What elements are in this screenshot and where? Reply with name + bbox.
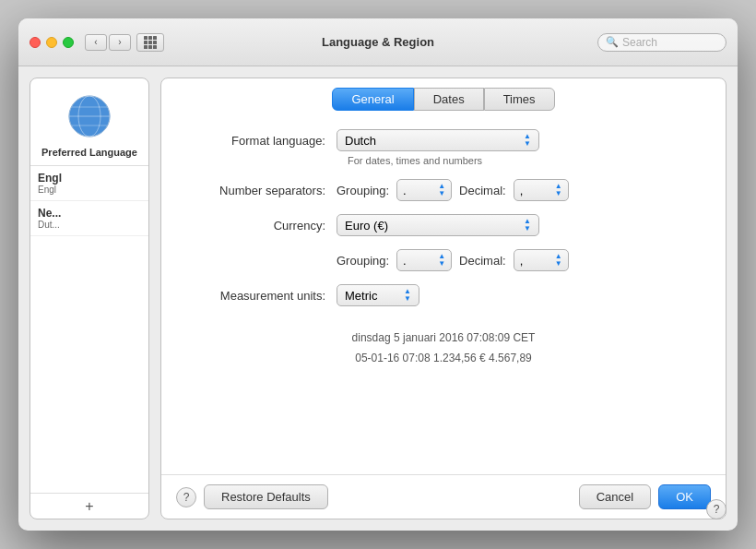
format-language-select[interactable]: Dutch ▲▼ [337, 129, 539, 151]
sidebar-item-dutch-title: Ne... [38, 207, 141, 220]
sidebar-item-dutch-sub: Dut... [38, 220, 141, 230]
bottom-right-help-button[interactable]: ? [706, 499, 726, 519]
close-button[interactable] [30, 37, 41, 48]
decimal-chevron: ▲▼ [555, 183, 562, 197]
decimal-select[interactable]: , ▲▼ [514, 179, 569, 201]
number-separators-group: Grouping: . ▲▼ Decimal: , ▲▼ [337, 179, 569, 201]
format-language-hint: For dates, times and numbers [348, 155, 698, 166]
add-language-button[interactable]: + [30, 493, 148, 519]
decimal-value: , [520, 184, 524, 197]
format-language-chevron: ▲▼ [524, 133, 531, 148]
main-window: ‹ › Language & Region 🔍 Search [18, 18, 738, 531]
decimal2-chevron: ▲▼ [555, 253, 562, 268]
main-panel: General Dates Times Format language: Dut… [160, 78, 726, 519]
grouping-chevron: ▲▼ [438, 183, 445, 197]
decimal2-value: , [520, 254, 524, 268]
preview-line2: 05-01-16 07:08 1.234,56 € 4.567,89 [189, 349, 698, 369]
currency-separators-row: Grouping: . ▲▼ Decimal: , ▲▼ [189, 249, 698, 271]
format-language-row: Format language: Dutch ▲▼ [189, 129, 698, 151]
currency-row: Currency: Euro (€) ▲▼ [189, 214, 698, 236]
format-language-label: Format language: [189, 134, 337, 148]
bottom-bar: ? Restore Defaults Cancel OK [161, 474, 726, 519]
grouping-value: . [403, 184, 407, 197]
sidebar-globe-icon [30, 78, 148, 147]
cancel-button[interactable]: Cancel [579, 484, 651, 509]
grouping2-label: Grouping: [337, 254, 389, 268]
format-language-value: Dutch [345, 134, 376, 148]
grouping2-value: . [403, 254, 407, 268]
preview-line1: dinsdag 5 januari 2016 07:08:09 CET [189, 328, 698, 349]
decimal2-select[interactable]: , ▲▼ [514, 249, 569, 271]
back-button[interactable]: ‹ [85, 34, 107, 51]
form-content: Format language: Dutch ▲▼ For dates, tim… [161, 111, 726, 474]
grouping-label: Grouping: [337, 184, 389, 197]
sidebar-item-dutch[interactable]: Ne... Dut... [30, 201, 148, 236]
tab-dates[interactable]: Dates [414, 88, 484, 111]
decimal-label: Decimal: [459, 184, 506, 197]
grouping2-chevron: ▲▼ [438, 253, 445, 268]
titlebar: ‹ › Language & Region 🔍 Search [18, 18, 738, 66]
measurement-row: Measurement units: Metric ▲▼ [189, 284, 698, 306]
sidebar: Preferred Language Engl Engl Ne... Dut..… [30, 78, 149, 519]
window-title: Language & Region [322, 35, 434, 49]
restore-defaults-button[interactable]: Restore Defaults [204, 484, 328, 509]
sidebar-list: Engl Engl Ne... Dut... [30, 165, 148, 493]
preview-section: dinsdag 5 januari 2016 07:08:09 CET 05-0… [189, 319, 698, 377]
help-button[interactable]: ? [176, 487, 196, 507]
currency-label: Currency: [189, 219, 337, 233]
content-area: Preferred Language Engl Engl Ne... Dut..… [18, 66, 738, 531]
measurement-chevron: ▲▼ [404, 288, 411, 303]
sidebar-title: Preferred Language [30, 147, 148, 165]
currency-chevron: ▲▼ [524, 218, 531, 233]
ok-button[interactable]: OK [658, 484, 711, 509]
measurement-label: Measurement units: [189, 289, 337, 303]
traffic-lights [30, 37, 74, 48]
measurement-value: Metric [345, 289, 377, 303]
sidebar-item-english[interactable]: Engl Engl [30, 166, 148, 201]
minimize-button[interactable] [46, 37, 57, 48]
forward-button[interactable]: › [109, 34, 131, 51]
search-placeholder: Search [622, 36, 657, 49]
currency-value: Euro (€) [345, 219, 388, 233]
tab-bar: General Dates Times [161, 78, 726, 111]
grouping-select[interactable]: . ▲▼ [396, 179, 452, 201]
tab-times[interactable]: Times [484, 88, 555, 111]
maximize-button[interactable] [63, 37, 74, 48]
number-separators-row: Number separators: Grouping: . ▲▼ Decima… [189, 179, 698, 201]
currency-select[interactable]: Euro (€) ▲▼ [337, 214, 539, 236]
currency-separators-group: Grouping: . ▲▼ Decimal: , ▲▼ [337, 249, 569, 271]
sidebar-item-english-sub: Engl [38, 185, 141, 195]
search-icon: 🔍 [606, 36, 619, 48]
nav-buttons: ‹ › [85, 34, 131, 51]
sidebar-item-english-title: Engl [38, 172, 141, 185]
tab-general[interactable]: General [332, 88, 413, 111]
measurement-stepper[interactable]: Metric ▲▼ [337, 284, 419, 306]
decimal2-label: Decimal: [459, 254, 506, 268]
number-separators-label: Number separators: [189, 184, 337, 197]
search-box[interactable]: 🔍 Search [597, 33, 726, 52]
grouping2-select[interactable]: . ▲▼ [396, 249, 452, 271]
grid-icon [144, 36, 157, 49]
grid-menu-button[interactable] [136, 33, 164, 52]
